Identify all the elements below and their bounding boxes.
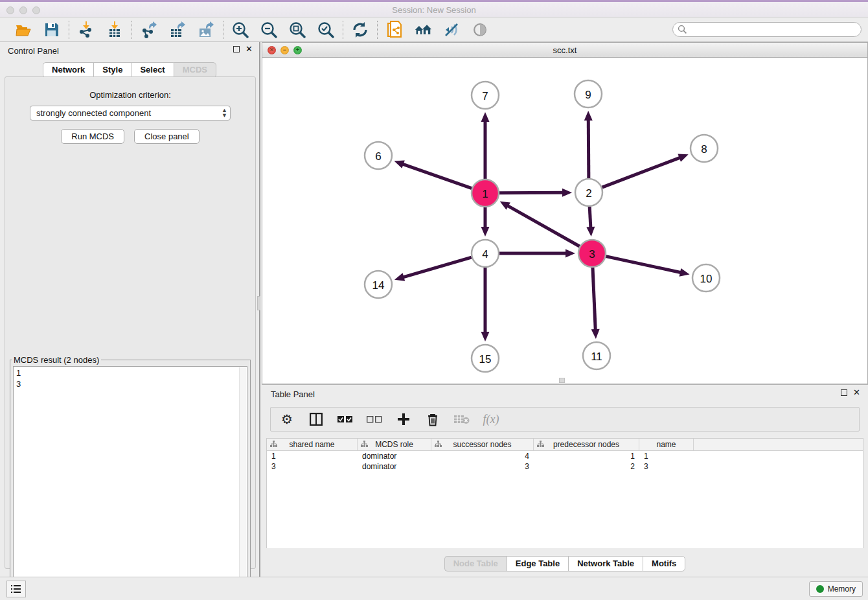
- edge-3-10[interactable]: [606, 257, 682, 273]
- tab-motifs[interactable]: Motifs: [643, 556, 685, 571]
- panel-splitter-grip[interactable]: [257, 296, 260, 310]
- cell-name: 1: [639, 452, 694, 461]
- zoom-in-icon[interactable]: [232, 21, 249, 38]
- import-table-icon[interactable]: [106, 21, 123, 38]
- run-mcds-button[interactable]: Run MCDS: [61, 129, 124, 144]
- memory-button[interactable]: Memory: [809, 581, 863, 597]
- node-14[interactable]: 14: [365, 271, 392, 298]
- column-header-shared-name[interactable]: shared name: [267, 439, 358, 450]
- tab-mcds[interactable]: MCDS: [174, 62, 216, 78]
- node-6[interactable]: 6: [365, 142, 392, 169]
- export-table-icon[interactable]: [169, 21, 186, 38]
- open-session-icon[interactable]: [15, 21, 32, 38]
- node-4[interactable]: 4: [472, 240, 499, 267]
- optimization-criterion-label: Optimization criterion:: [5, 90, 255, 100]
- status-bar: Memory: [0, 577, 868, 600]
- refresh-layout-icon[interactable]: [352, 21, 369, 38]
- tab-style[interactable]: Style: [93, 62, 131, 78]
- tab-edge-table[interactable]: Edge Table: [507, 556, 568, 571]
- criterion-dropdown[interactable]: strongly connected component ▲▼: [30, 106, 231, 121]
- zoom-fit-icon[interactable]: [289, 21, 306, 38]
- edge-1-6[interactable]: [402, 164, 472, 189]
- column-label: successor nodes: [453, 440, 511, 449]
- network-canvas[interactable]: 7968124314101511: [262, 58, 867, 384]
- network-view-window: ✕ − + scc.txt 7968124314101511: [262, 42, 868, 384]
- graph-svg: 7968124314101511: [262, 58, 867, 384]
- arrowhead-2-9: [584, 111, 593, 121]
- node-8[interactable]: 8: [691, 135, 718, 162]
- column-header-MCDS-role[interactable]: MCDS role: [358, 439, 431, 450]
- cell-MCDS-role: dominator: [358, 462, 431, 471]
- edge-4-14[interactable]: [402, 257, 471, 277]
- close-panel-button[interactable]: Close panel: [134, 129, 200, 144]
- zoom-selected-icon[interactable]: [317, 21, 334, 38]
- arrowhead-4-15: [481, 332, 490, 341]
- search-input[interactable]: [687, 24, 861, 36]
- application-window: Session: New Session: [0, 0, 868, 600]
- edge-2-9[interactable]: [588, 119, 589, 178]
- show-graphics-details-icon[interactable]: [472, 21, 488, 38]
- close-panel-icon[interactable]: ✕: [246, 46, 253, 52]
- result-line: 3: [16, 378, 244, 389]
- table-header-row: shared nameMCDS rolesuccessor nodesprede…: [267, 439, 863, 451]
- export-network-icon[interactable]: [141, 21, 157, 38]
- criterion-value: strongly connected component: [36, 108, 151, 118]
- table-panel-title: Table Panel: [271, 389, 315, 399]
- table-settings-icon[interactable]: ⚙: [279, 411, 295, 427]
- mcds-result-title: MCDS result (2 nodes): [12, 355, 101, 365]
- table-row[interactable]: 3dominator323: [267, 461, 863, 472]
- delete-column-icon[interactable]: [425, 411, 440, 427]
- node-10[interactable]: 10: [692, 264, 720, 292]
- column-header-predecessor-nodes[interactable]: predecessor nodes: [534, 439, 639, 450]
- node-label: 1: [482, 188, 488, 200]
- node-1[interactable]: 1: [472, 179, 499, 207]
- node-label: 2: [586, 187, 591, 200]
- save-session-icon[interactable]: [43, 21, 60, 38]
- network-window-title: scc.txt: [262, 45, 867, 55]
- tab-node-table[interactable]: Node Table: [444, 556, 507, 571]
- network-window-titlebar[interactable]: ✕ − + scc.txt: [262, 43, 867, 58]
- tab-select[interactable]: Select: [131, 62, 173, 78]
- edge-3-1[interactable]: [507, 205, 580, 247]
- column-layout-icon[interactable]: [308, 411, 324, 427]
- float-panel-icon[interactable]: [233, 46, 240, 52]
- zoom-out-icon[interactable]: [260, 21, 277, 38]
- task-history-button[interactable]: [6, 581, 26, 597]
- table-row[interactable]: 1dominator411: [267, 451, 863, 461]
- column-label: shared name: [289, 440, 334, 449]
- node-2[interactable]: 2: [575, 179, 602, 206]
- edge-2-8[interactable]: [602, 157, 681, 188]
- tab-network[interactable]: Network: [43, 62, 93, 78]
- node-15[interactable]: 15: [472, 345, 499, 372]
- column-header-successor-nodes[interactable]: successor nodes: [431, 439, 534, 450]
- arrowhead-1-2: [562, 189, 572, 197]
- mcds-result-groupbox: MCDS result (2 nodes) 13: [10, 355, 251, 600]
- deselect-all-checkboxes-icon[interactable]: [367, 411, 382, 427]
- node-9[interactable]: 9: [575, 80, 602, 108]
- close-table-panel-icon[interactable]: ✕: [853, 389, 860, 396]
- edge-1-2[interactable]: [499, 192, 564, 193]
- clone-network-icon[interactable]: [386, 21, 403, 38]
- node-11[interactable]: 11: [583, 342, 610, 369]
- import-network-icon[interactable]: [78, 21, 95, 38]
- hide-graphics-details-icon[interactable]: [443, 21, 460, 38]
- column-header-name[interactable]: name: [639, 439, 694, 450]
- edge-3-11[interactable]: [593, 268, 595, 331]
- arrowhead-3-11: [591, 329, 600, 339]
- first-neighbors-icon[interactable]: [415, 21, 431, 38]
- search-field[interactable]: [672, 22, 862, 37]
- cell-name: 3: [639, 462, 694, 471]
- canvas-scrollbar-thumb[interactable]: [559, 378, 565, 383]
- arrowhead-2-3: [586, 227, 595, 237]
- add-column-icon[interactable]: [396, 411, 411, 427]
- float-table-panel-icon[interactable]: [841, 389, 847, 396]
- node-3[interactable]: 3: [578, 240, 606, 267]
- mcds-result-textarea[interactable]: 13: [13, 366, 247, 595]
- tab-network-table[interactable]: Network Table: [568, 556, 643, 571]
- select-all-checkboxes-icon[interactable]: [337, 411, 353, 427]
- result-scrollbar[interactable]: [239, 367, 246, 594]
- node-7[interactable]: 7: [472, 82, 499, 109]
- export-image-icon[interactable]: [198, 21, 214, 38]
- arrowhead-1-6: [394, 160, 405, 168]
- edge-2-3[interactable]: [589, 207, 591, 229]
